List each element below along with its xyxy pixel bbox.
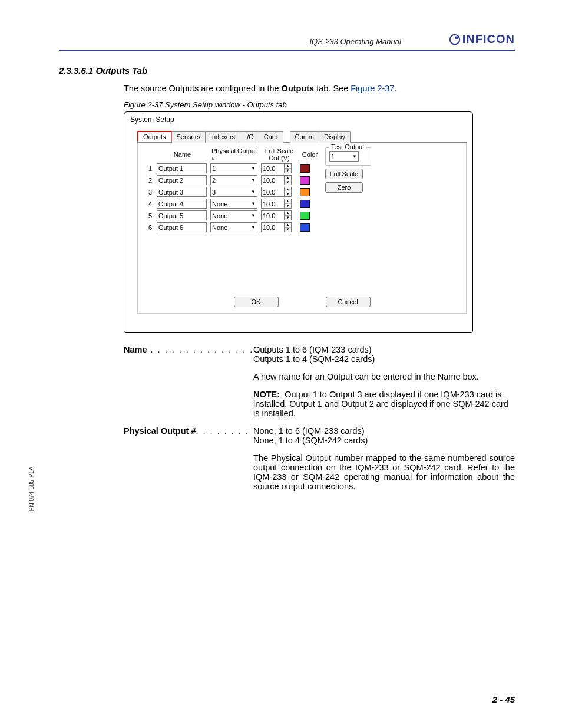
tab-indexers[interactable]: Indexers [205, 131, 240, 143]
spinner-up-icon[interactable]: ▲ [285, 199, 291, 204]
window-title: System Setup [124, 112, 472, 125]
fullscale-spinner[interactable]: ▲▼ [261, 210, 296, 220]
output-name-input[interactable] [157, 175, 207, 185]
svg-point-0 [450, 34, 460, 44]
def-name-para2: A new name for an Output can be entered … [253, 372, 515, 381]
fullscale-spinner[interactable]: ▲▼ [261, 222, 296, 232]
spinner-down-icon[interactable]: ▼ [285, 204, 291, 208]
color-swatch[interactable] [300, 212, 310, 220]
output-row: 6None▼▲▼ [144, 222, 460, 232]
zero-button[interactable]: Zero [325, 182, 363, 193]
spinner-up-icon[interactable]: ▲ [285, 176, 291, 180]
physical-output-combo[interactable]: 3▼ [210, 187, 257, 197]
tab-comm[interactable]: Comm [290, 131, 319, 143]
fullscale-value[interactable] [261, 175, 285, 185]
side-ipn: IPN 074-585-P1A [28, 467, 35, 513]
tab-sensors[interactable]: Sensors [171, 131, 206, 143]
fullscale-value[interactable] [261, 163, 285, 173]
spinner-up-icon[interactable]: ▲ [285, 211, 291, 216]
tab-io[interactable]: I/O [240, 131, 259, 143]
physical-output-combo[interactable]: None▼ [210, 199, 257, 209]
physical-output-combo[interactable]: 2▼ [210, 175, 257, 185]
def-name-line1: Outputs 1 to 6 (IQM-233 cards) [253, 345, 515, 354]
row-index: 6 [144, 224, 153, 231]
output-name-input[interactable] [157, 199, 207, 209]
spinner-up-icon[interactable]: ▲ [285, 187, 291, 192]
full-scale-button[interactable]: Full Scale [325, 169, 363, 179]
fullscale-spinner[interactable]: ▲▼ [261, 163, 296, 173]
color-swatch[interactable] [300, 164, 310, 173]
leader-dots: . . . . . . . . . . . . . . . . . [147, 345, 268, 354]
row-index: 5 [144, 212, 153, 219]
output-name-input[interactable] [157, 163, 207, 173]
output-name-input[interactable] [157, 210, 207, 220]
output-name-input[interactable] [157, 222, 207, 232]
test-output-combo[interactable]: 1 ▼ [329, 151, 359, 162]
color-swatch[interactable] [300, 188, 310, 196]
spinner-down-icon[interactable]: ▼ [285, 192, 291, 196]
fullscale-spinner[interactable]: ▲▼ [261, 187, 296, 197]
output-row: 4None▼▲▼ [144, 199, 460, 209]
tab-card[interactable]: Card [259, 131, 283, 143]
spinner-down-icon[interactable]: ▼ [285, 228, 291, 232]
fullscale-spinner[interactable]: ▲▼ [261, 175, 296, 185]
page-number: 2 - 45 [492, 694, 515, 704]
chevron-down-icon: ▼ [251, 213, 256, 218]
fullscale-value[interactable] [261, 210, 285, 220]
cancel-button[interactable]: Cancel [326, 297, 371, 307]
spinner-down-icon[interactable]: ▼ [285, 169, 291, 173]
intro-end: . [394, 84, 396, 93]
col-fs-line2: Out (V) [269, 154, 289, 162]
col-fs-line1: Full Scale [265, 147, 293, 154]
chevron-down-icon: ▼ [251, 166, 256, 171]
spinner-down-icon[interactable]: ▼ [285, 216, 291, 220]
tab-display[interactable]: Display [319, 131, 351, 143]
fullscale-value[interactable] [261, 187, 285, 197]
page-header: IQS-233 Operating Manual INFICON [59, 32, 515, 51]
test-output-legend: Test Output [329, 143, 366, 150]
outputs-header-row: Name Physical Output # Full Scale Out (V… [144, 147, 460, 162]
physical-output-combo[interactable]: None▼ [210, 222, 257, 232]
doc-title: IQS-233 Operating Manual [59, 37, 425, 46]
tab-outputs[interactable]: Outputs [137, 131, 172, 142]
output-name-input[interactable] [157, 187, 207, 197]
row-index: 4 [144, 200, 153, 207]
output-row: 33▼▲▼ [144, 187, 460, 197]
logo-swirl-icon [448, 33, 461, 46]
figure-reference-link[interactable]: Figure 2-37 [351, 84, 394, 93]
definitions: Name . . . . . . . . . . . . . . . . . O… [124, 345, 515, 499]
note-body: Output 1 to Output 3 are displayed if on… [253, 390, 508, 418]
fullscale-value[interactable] [261, 222, 285, 232]
color-swatch[interactable] [300, 176, 310, 185]
def-name: Name . . . . . . . . . . . . . . . . . O… [124, 345, 515, 418]
tab-bar: Outputs Sensors Indexers I/O Card Comm D… [137, 131, 467, 143]
color-swatch[interactable] [300, 200, 310, 208]
physical-output-combo[interactable]: None▼ [210, 210, 257, 220]
color-swatch[interactable] [300, 223, 310, 232]
spinner-up-icon[interactable]: ▲ [285, 223, 291, 228]
note-label: NOTE: [253, 390, 280, 399]
row-index: 3 [144, 189, 153, 196]
intro-para: The source Outputs are configured in the… [124, 84, 515, 93]
def-name-note: NOTE: Output 1 to Output 3 are displayed… [253, 390, 515, 418]
physical-output-combo[interactable]: 1▼ [210, 163, 257, 173]
svg-point-1 [455, 36, 458, 39]
figure-caption: Figure 2-37 System Setup window - Output… [124, 100, 515, 109]
test-output-value: 1 [331, 153, 335, 160]
def-phys-line1: None, 1 to 6 (IQM-233 cards) [253, 426, 515, 436]
intro-bold: Outputs [282, 84, 315, 93]
def-phys-line2: None, 1 to 4 (SQM-242 cards) [253, 436, 515, 445]
fullscale-spinner[interactable]: ▲▼ [261, 199, 296, 209]
chevron-down-icon: ▼ [251, 189, 256, 195]
intro-post: tab. See [314, 84, 351, 93]
chevron-down-icon: ▼ [352, 154, 357, 159]
chevron-down-icon: ▼ [251, 225, 256, 230]
row-index: 2 [144, 177, 153, 184]
col-name: Name [157, 151, 207, 158]
def-phys-para2: The Physical Output number mapped to the… [253, 453, 515, 491]
ok-button[interactable]: OK [234, 297, 279, 307]
spinner-down-icon[interactable]: ▼ [285, 180, 291, 185]
fullscale-value[interactable] [261, 199, 285, 209]
spinner-up-icon[interactable]: ▲ [285, 164, 291, 169]
row-index: 1 [144, 165, 153, 172]
